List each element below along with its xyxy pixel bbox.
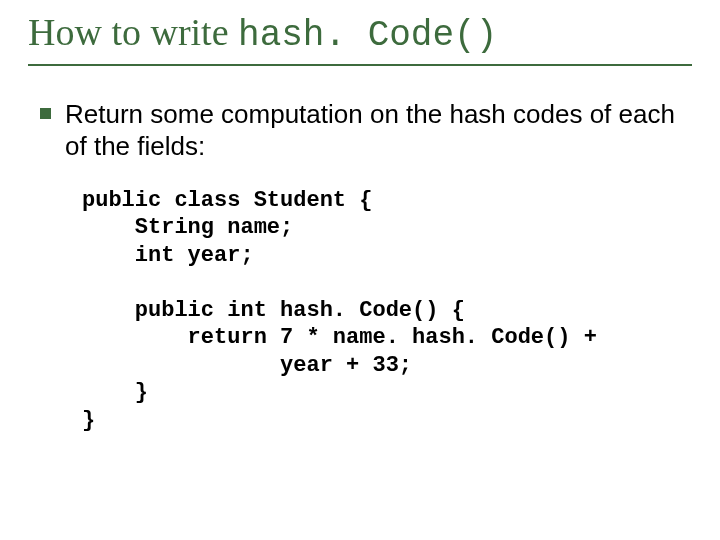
title-area: How to write hash. Code() <box>28 12 692 66</box>
bullet-icon <box>40 108 51 119</box>
code-line: return 7 * name. hash. Code() + <box>82 325 597 350</box>
title-prefix: How to write <box>28 11 238 53</box>
slide-content: Return some computation on the hash code… <box>28 98 692 435</box>
code-line: int year; <box>82 243 254 268</box>
code-line: String name; <box>82 215 293 240</box>
code-line: public int hash. Code() { <box>82 298 465 323</box>
title-code: hash. Code() <box>238 15 497 56</box>
code-block: public class Student { String name; int … <box>82 187 692 435</box>
code-line: public class Student { <box>82 188 372 213</box>
slide: How to write hash. Code() Return some co… <box>0 0 720 540</box>
code-line: year + 33; <box>82 353 412 378</box>
code-line: } <box>82 408 95 433</box>
bullet-item: Return some computation on the hash code… <box>40 98 692 163</box>
code-line: } <box>82 380 148 405</box>
slide-title: How to write hash. Code() <box>28 12 692 56</box>
bullet-text: Return some computation on the hash code… <box>65 98 692 163</box>
